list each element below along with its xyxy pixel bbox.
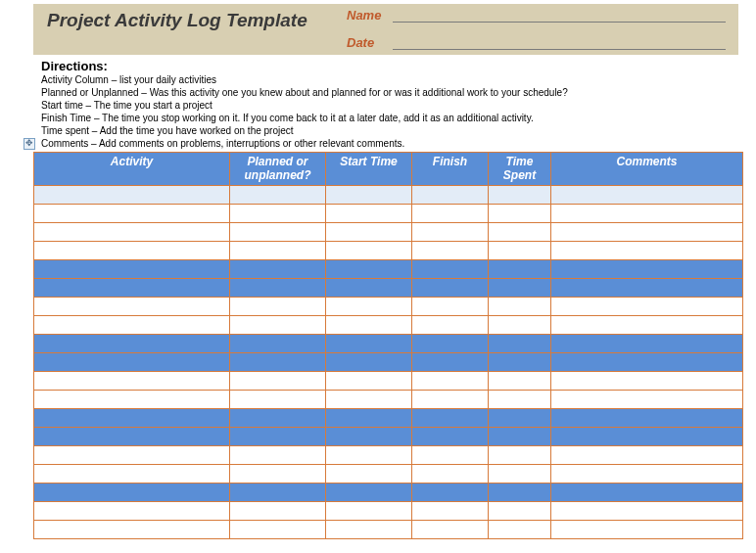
table-row[interactable] <box>34 391 743 409</box>
table-cell[interactable] <box>489 279 551 298</box>
table-cell[interactable] <box>412 316 489 335</box>
table-cell[interactable] <box>230 298 326 316</box>
table-row[interactable] <box>34 502 743 521</box>
table-cell[interactable] <box>326 186 412 205</box>
table-move-handle-icon[interactable]: ✥ <box>24 138 35 150</box>
table-row[interactable] <box>34 521 743 539</box>
table-cell[interactable] <box>412 223 489 242</box>
name-input-line[interactable] <box>393 10 726 23</box>
table-cell[interactable] <box>551 353 743 372</box>
table-cell[interactable] <box>489 205 551 223</box>
table-cell[interactable] <box>326 335 412 353</box>
table-cell[interactable] <box>489 428 551 446</box>
table-row[interactable] <box>34 186 743 205</box>
table-cell[interactable] <box>230 316 326 335</box>
table-row[interactable] <box>34 428 743 446</box>
table-cell[interactable] <box>326 260 412 279</box>
table-cell[interactable] <box>551 260 743 279</box>
table-cell[interactable] <box>412 186 489 205</box>
table-cell[interactable] <box>412 502 489 521</box>
table-cell[interactable] <box>412 521 489 539</box>
table-cell[interactable] <box>34 260 230 279</box>
table-cell[interactable] <box>489 353 551 372</box>
table-row[interactable] <box>34 446 743 465</box>
table-cell[interactable] <box>489 446 551 465</box>
table-cell[interactable] <box>326 279 412 298</box>
table-cell[interactable] <box>230 465 326 484</box>
table-cell[interactable] <box>551 372 743 391</box>
table-row[interactable] <box>34 372 743 391</box>
table-cell[interactable] <box>34 521 230 539</box>
table-row[interactable] <box>34 316 743 335</box>
table-cell[interactable] <box>551 316 743 335</box>
table-cell[interactable] <box>412 353 489 372</box>
table-cell[interactable] <box>489 316 551 335</box>
table-cell[interactable] <box>34 446 230 465</box>
table-cell[interactable] <box>551 242 743 260</box>
table-cell[interactable] <box>34 428 230 446</box>
table-cell[interactable] <box>326 502 412 521</box>
table-row[interactable] <box>34 409 743 428</box>
table-cell[interactable] <box>326 446 412 465</box>
table-cell[interactable] <box>326 428 412 446</box>
table-row[interactable] <box>34 484 743 502</box>
table-cell[interactable] <box>551 205 743 223</box>
table-cell[interactable] <box>34 316 230 335</box>
table-cell[interactable] <box>412 205 489 223</box>
table-cell[interactable] <box>326 242 412 260</box>
table-cell[interactable] <box>230 242 326 260</box>
table-cell[interactable] <box>551 446 743 465</box>
table-cell[interactable] <box>551 223 743 242</box>
table-cell[interactable] <box>412 372 489 391</box>
table-cell[interactable] <box>326 298 412 316</box>
table-cell[interactable] <box>326 484 412 502</box>
table-cell[interactable] <box>230 484 326 502</box>
table-row[interactable] <box>34 298 743 316</box>
table-cell[interactable] <box>412 409 489 428</box>
table-cell[interactable] <box>326 205 412 223</box>
table-cell[interactable] <box>551 335 743 353</box>
table-cell[interactable] <box>489 391 551 409</box>
table-cell[interactable] <box>326 223 412 242</box>
table-cell[interactable] <box>326 391 412 409</box>
table-cell[interactable] <box>489 242 551 260</box>
table-row[interactable] <box>34 223 743 242</box>
table-cell[interactable] <box>551 484 743 502</box>
table-cell[interactable] <box>34 223 230 242</box>
table-cell[interactable] <box>551 186 743 205</box>
table-cell[interactable] <box>412 484 489 502</box>
table-cell[interactable] <box>326 372 412 391</box>
table-cell[interactable] <box>230 223 326 242</box>
table-cell[interactable] <box>230 186 326 205</box>
table-cell[interactable] <box>551 428 743 446</box>
table-cell[interactable] <box>489 465 551 484</box>
table-cell[interactable] <box>412 335 489 353</box>
table-cell[interactable] <box>551 391 743 409</box>
table-cell[interactable] <box>326 409 412 428</box>
table-cell[interactable] <box>489 372 551 391</box>
table-cell[interactable] <box>230 353 326 372</box>
table-row[interactable] <box>34 260 743 279</box>
table-cell[interactable] <box>326 465 412 484</box>
table-cell[interactable] <box>230 391 326 409</box>
table-row[interactable] <box>34 353 743 372</box>
table-cell[interactable] <box>34 465 230 484</box>
table-cell[interactable] <box>34 242 230 260</box>
table-cell[interactable] <box>551 409 743 428</box>
table-cell[interactable] <box>551 298 743 316</box>
table-cell[interactable] <box>412 465 489 484</box>
table-cell[interactable] <box>412 428 489 446</box>
table-cell[interactable] <box>230 372 326 391</box>
table-cell[interactable] <box>230 521 326 539</box>
table-row[interactable] <box>34 335 743 353</box>
table-cell[interactable] <box>489 484 551 502</box>
table-cell[interactable] <box>34 279 230 298</box>
table-cell[interactable] <box>489 186 551 205</box>
table-cell[interactable] <box>489 223 551 242</box>
table-row[interactable] <box>34 279 743 298</box>
table-cell[interactable] <box>326 316 412 335</box>
table-row[interactable] <box>34 242 743 260</box>
table-cell[interactable] <box>489 502 551 521</box>
table-cell[interactable] <box>34 391 230 409</box>
table-cell[interactable] <box>34 372 230 391</box>
